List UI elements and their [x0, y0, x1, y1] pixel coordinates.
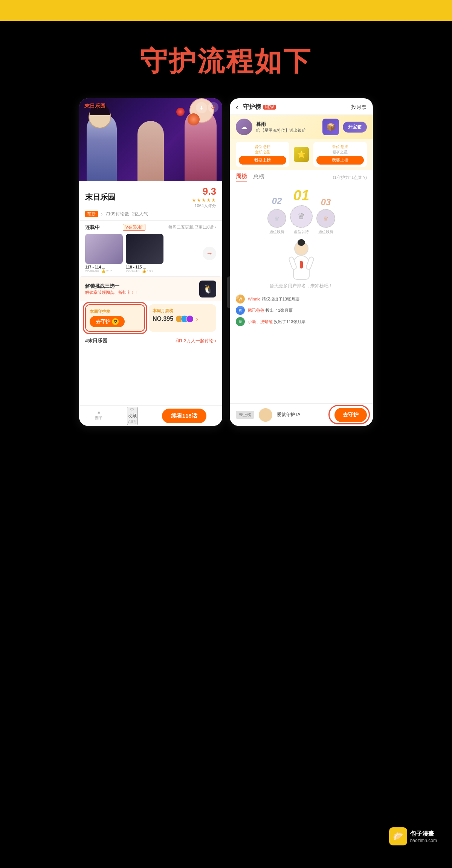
- collect-btn[interactable]: ♡ 收藏 7.6万: [127, 407, 137, 425]
- rp-new-badge: NEW: [263, 105, 276, 110]
- score-sub: 1064人评分: [192, 203, 216, 209]
- comic-score: 9.3: [192, 186, 216, 197]
- guardian-week-card[interactable]: 本周守护榜 去守护 🛡: [85, 304, 145, 332]
- go-guard-left-btn[interactable]: 去守护 🛡: [90, 316, 125, 327]
- promo-user-name: 暮雨: [256, 121, 319, 128]
- top-bar: [0, 0, 452, 21]
- rp-vote-btn[interactable]: 投月票: [351, 104, 367, 111]
- title-area: 守护流程如下: [0, 21, 452, 98]
- promo-desc: 给【星甲魂将传】送出银矿: [256, 128, 319, 133]
- user-name: 爱就守护TA: [277, 412, 330, 418]
- rank-card-1-pos: 晋位 悬挂: [239, 144, 286, 149]
- podium-area: 02 ♛ 虚位以待 01 ♛ 虚位以待 03 ♛ 虚位以待: [230, 184, 373, 238]
- update-info: 每周二五更新,已更118话 ›: [168, 224, 216, 230]
- chapters-grid: 117 - 114 ... 22-09-09 👍 217 118 - 115 .…: [85, 234, 216, 273]
- monthly-card[interactable]: 本周月票榜 NO.395 ›: [149, 304, 216, 332]
- podium-rank-1: 01 ♛ 虚位以待: [290, 188, 313, 235]
- guardian-promo: ☁ 暮雨 给【星甲魂将传】送出银矿 📦 开宝箱: [230, 115, 373, 139]
- podium-label-3: 虚位以待: [318, 229, 333, 235]
- gold-star: 金矿之星: [239, 149, 286, 155]
- left-bottom-nav: # 圈子 ♡ 收藏 7.6万 续看118话: [79, 405, 222, 426]
- podium-rank-1-number: 01: [293, 188, 309, 204]
- continue-btn[interactable]: 续看118话: [162, 409, 206, 423]
- community-icon: #: [98, 411, 100, 415]
- collect-label: 收藏: [128, 413, 137, 419]
- activity-avatar-3: 新: [236, 317, 245, 326]
- monthly-label: 本周月票榜: [153, 308, 212, 314]
- ai-badge: Ai: [227, 276, 262, 308]
- unlock-section[interactable]: 解锁挑战三选一 解锁章节领阅点、折扣卡！ › 🐧: [79, 276, 222, 301]
- character-sprite: [286, 238, 316, 280]
- podium-crown-3: ♛: [316, 209, 335, 228]
- rank-card-1: 晋位 悬挂 金矿之星 我要上榜: [236, 142, 289, 167]
- podium-rank-2: 02 ♛ 虚位以待: [267, 192, 286, 235]
- rank-up-btn-1[interactable]: 我要上榜: [239, 156, 286, 165]
- rp-bottom-bar: 未上榜 爱就守护TA 去守护: [230, 403, 373, 426]
- treasure-box-icon: 📦: [322, 119, 339, 135]
- comic-banner: ‹ 末日乐园 ⬇ ↺: [79, 98, 222, 181]
- rank-cards-row: 晋位 悬挂 金矿之星 我要上榜 ⭐ 晋位 悬挂 银矿之星 我要上榜: [230, 139, 373, 170]
- discussion-count: 7109讨论数: [105, 211, 129, 217]
- chapter-2-date: 22-09-13 👍 103: [126, 269, 163, 273]
- rank-up-btn-2[interactable]: 我要上榜: [316, 156, 364, 165]
- activity-text-3: 小新、没蜡笔 投出了113张月票: [248, 319, 305, 325]
- podium-label-1: 虚位以待: [294, 229, 309, 235]
- nav-community[interactable]: # 圈子: [95, 411, 102, 421]
- right-phone-screen: ‹ 守护榜 NEW 投月票 ☁ 暮雨 给【星甲魂将传】送出银矿 📦 开宝箱 晋位…: [230, 98, 373, 426]
- rp-title: 守护榜: [243, 103, 261, 111]
- rp-header: ‹ 守护榜 NEW 投月票: [230, 98, 373, 115]
- refresh-icon[interactable]: ↺: [208, 102, 218, 113]
- banner-title-text: 末日乐园: [84, 103, 105, 110]
- podium-rank-3: 03 ♛ 虚位以待: [316, 197, 335, 235]
- podium-rank-3-number: 03: [321, 197, 331, 207]
- chapter-1-date: 22-09-09 👍 217: [85, 269, 123, 273]
- chapter-1-number: 117 - 114 ...: [85, 265, 123, 269]
- open-box-btn[interactable]: 开宝箱: [343, 122, 367, 133]
- page-title: 守护流程如下: [0, 43, 452, 79]
- chapter-item-2[interactable]: 118 - 115 ... 22-09-13 👍 103: [126, 234, 163, 273]
- serial-section: 连载中 V会员8折 每周二五更新,已更118话 › 117 - 114 ... …: [79, 221, 222, 276]
- more-chapters-btn[interactable]: →: [203, 247, 216, 260]
- comic-title: 末日乐园: [85, 192, 115, 202]
- watermark-url: baozimh.com: [410, 838, 437, 843]
- tab-total[interactable]: 总榜: [253, 173, 264, 182]
- podium-label-2: 虚位以待: [269, 229, 284, 235]
- rank-note: (1守护力=1点券 ?): [333, 175, 367, 180]
- tag-discuss[interactable]: 和1.2万人一起讨论 ›: [176, 338, 216, 344]
- guardian-section: 本周守护榜 去守护 🛡 本周月票榜 NO.395: [79, 301, 222, 335]
- comic-info: 末日乐园 9.3 ★★★★★ 1064人评分 萌新 › 7109讨论数 2亿人气: [79, 181, 222, 221]
- arrow-icon: ›: [101, 212, 102, 217]
- rank-separator: ⭐: [292, 142, 310, 167]
- serial-label: 连载中: [85, 224, 100, 231]
- unlock-desc: 解锁章节领阅点、折扣卡！ ›: [85, 290, 137, 295]
- popularity: 2亿人气: [132, 211, 148, 217]
- podium-crown-2: ♛: [267, 209, 286, 228]
- chapter-item-1[interactable]: 117 - 114 ... 22-09-09 👍 217: [85, 234, 123, 273]
- rp-back-btn[interactable]: ‹: [236, 103, 238, 111]
- go-guard-right-btn[interactable]: 去守护: [334, 408, 367, 422]
- monthly-avatars: [176, 315, 194, 323]
- tab-weekly[interactable]: 周榜: [236, 173, 247, 182]
- unlock-title: 解锁挑战三选一: [85, 283, 137, 290]
- star-rating: ★★★★★: [192, 197, 216, 203]
- promo-avatar: ☁: [236, 119, 252, 135]
- monthly-rank: NO.395: [153, 316, 173, 322]
- user-avatar: [259, 408, 272, 422]
- podium-crown-1: ♛: [290, 205, 313, 228]
- banner-download-icon[interactable]: ⬇: [196, 102, 207, 113]
- tag-section: #末日乐园 和1.2万人一起讨论 ›: [79, 335, 222, 346]
- watermark-name: 包子漫畫: [410, 830, 437, 838]
- not-ranked-badge: 未上榜: [236, 411, 254, 419]
- rank-card-2-pos: 晋位 悬挂: [316, 144, 364, 149]
- chapter-2-number: 118 - 115 ...: [126, 265, 163, 269]
- activity-item-3: 新 小新、没蜡笔 投出了113张月票: [236, 317, 367, 326]
- left-phone-screen: ‹ 末日乐园 ⬇ ↺: [79, 98, 222, 426]
- watermark-area: 🥟 包子漫畫 baozimh.com: [389, 827, 437, 845]
- podium-rank-2-number: 02: [272, 192, 282, 207]
- vip-badge: V会员8折: [123, 224, 145, 231]
- phones-container: ‹ 末日乐园 ⬇ ↺: [0, 98, 452, 426]
- guardian-week-label: 本周守护榜: [90, 309, 140, 314]
- new-tag: 萌新: [85, 211, 98, 217]
- rank-tabs: 周榜 总榜 (1守护力=1点券 ?): [230, 170, 373, 184]
- watermark-icon: 🥟: [389, 827, 407, 845]
